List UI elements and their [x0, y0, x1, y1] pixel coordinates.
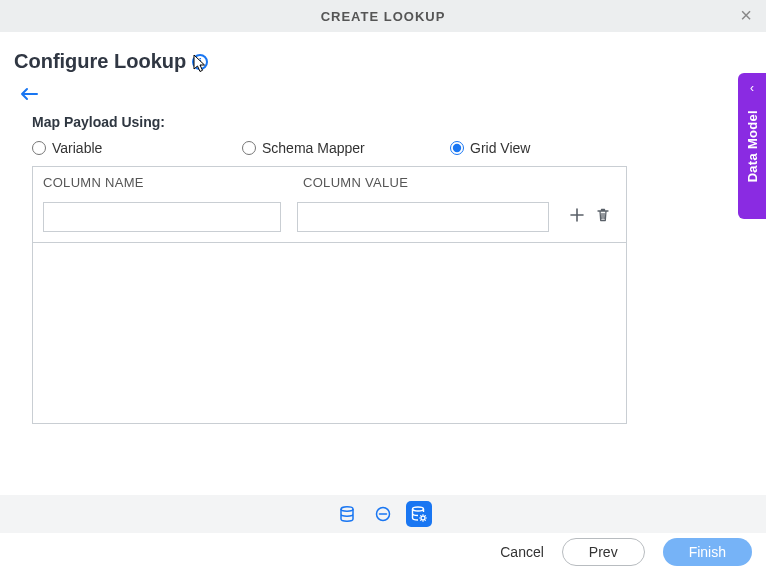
info-icon[interactable]: i [192, 54, 208, 70]
grid-container: COLUMN NAME COLUMN VALUE [32, 166, 627, 424]
modal-header: CREATE LOOKUP × [0, 0, 766, 32]
modal-title: CREATE LOOKUP [321, 9, 446, 24]
delete-row-icon[interactable] [595, 207, 611, 228]
back-arrow-icon[interactable] [20, 85, 38, 106]
column-name-header: COLUMN NAME [43, 175, 303, 190]
radio-grid-view-input[interactable] [450, 141, 464, 155]
page-heading-row: Configure Lookup i [14, 50, 752, 73]
table-row [33, 196, 626, 243]
svg-point-2 [413, 507, 424, 511]
column-name-input[interactable] [43, 202, 281, 232]
step-filter-icon[interactable] [370, 501, 396, 527]
svg-point-3 [421, 516, 425, 520]
footer-actions: Cancel Prev Finish [0, 533, 766, 572]
radio-schema-mapper-input[interactable] [242, 141, 256, 155]
close-icon[interactable]: × [734, 4, 758, 27]
radio-option-variable[interactable]: Variable [32, 140, 242, 156]
add-row-icon[interactable] [569, 207, 585, 228]
stepper-bar [0, 495, 766, 533]
grid-empty-body [33, 243, 626, 423]
row-actions [569, 207, 611, 228]
radio-grid-view-label: Grid View [470, 140, 530, 156]
chevron-left-icon: ‹ [750, 81, 754, 95]
cancel-button[interactable]: Cancel [500, 544, 544, 560]
content-area: Configure Lookup i Map Payload Using: Va… [0, 32, 766, 424]
radio-variable-input[interactable] [32, 141, 46, 155]
step-configure-icon[interactable] [406, 501, 432, 527]
side-panel-label: Data Model [745, 110, 760, 182]
step-database-icon[interactable] [334, 501, 360, 527]
column-value-header: COLUMN VALUE [303, 175, 408, 190]
finish-button[interactable]: Finish [663, 538, 752, 566]
page-title: Configure Lookup [14, 50, 186, 73]
column-value-input[interactable] [297, 202, 549, 232]
map-payload-label: Map Payload Using: [32, 114, 752, 130]
radio-option-schema-mapper[interactable]: Schema Mapper [242, 140, 450, 156]
grid-header-row: COLUMN NAME COLUMN VALUE [33, 167, 626, 196]
radio-variable-label: Variable [52, 140, 102, 156]
radio-group-map-payload: Variable Schema Mapper Grid View [32, 140, 752, 156]
radio-option-grid-view[interactable]: Grid View [450, 140, 530, 156]
radio-schema-mapper-label: Schema Mapper [262, 140, 365, 156]
side-panel-data-model[interactable]: ‹ Data Model [738, 73, 766, 219]
svg-point-0 [341, 507, 353, 511]
prev-button[interactable]: Prev [562, 538, 645, 566]
